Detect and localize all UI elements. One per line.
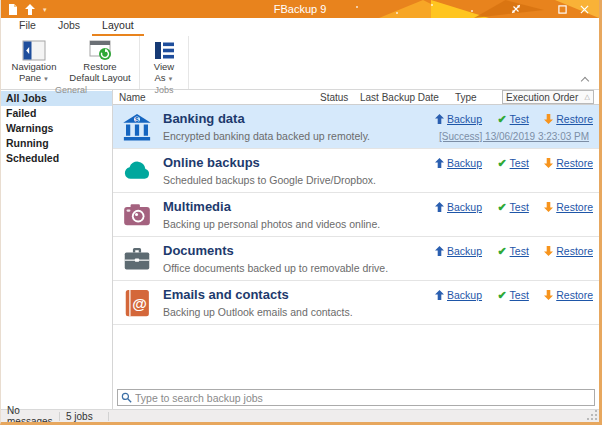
view-as-label-line2: As: [154, 72, 165, 83]
job-description: Backing up Outlook emails and contacts.: [163, 306, 435, 318]
job-row[interactable]: $ @ Emails and contacts Backing up Outlo…: [113, 281, 599, 325]
column-last-backup-date[interactable]: Last Backup Date: [360, 92, 455, 103]
ribbon-group-general: Navigation Pane▼ Restore Default Layout …: [3, 36, 140, 89]
backup-action: Backup: [435, 113, 482, 125]
status-bar: No messages 5 jobs: [1, 409, 599, 422]
test-check-icon: ✔: [497, 158, 506, 169]
test-link[interactable]: Test: [510, 201, 529, 213]
job-row[interactable]: $ @ Online backups Scheduled backups to …: [113, 149, 599, 193]
restore-action: Restore: [544, 201, 593, 213]
restore-link[interactable]: Restore: [556, 289, 593, 301]
svg-text:$: $: [135, 115, 139, 123]
fbackup-window: ▾ FBackup 9 File Jobs Layout: [0, 0, 602, 425]
test-action: ✔ Test: [497, 113, 528, 125]
restore-default-layout-button[interactable]: Restore Default Layout: [63, 36, 137, 84]
sidebar: All JobsFailedWarningsRunningScheduled: [1, 90, 113, 409]
sidebar-item-warnings[interactable]: Warnings: [1, 121, 112, 136]
fullscreen-icon[interactable]: [509, 3, 523, 15]
close-icon[interactable]: [577, 3, 591, 15]
jobs-count: 5 jobs: [60, 411, 108, 422]
restore-default-layout-label-line2: Default Layout: [69, 73, 130, 84]
ribbon: File Jobs Layout Navigation Pane▼: [1, 18, 599, 90]
search-icon: [121, 389, 132, 407]
sidebar-item-failed[interactable]: Failed: [1, 106, 112, 121]
test-check-icon: ✔: [497, 290, 506, 301]
tab-file[interactable]: File: [9, 17, 46, 36]
quick-access-dropdown-icon[interactable]: ▾: [43, 6, 47, 13]
backup-link[interactable]: Backup: [447, 289, 482, 301]
test-link[interactable]: Test: [510, 113, 529, 125]
window-title: FBackup 9: [274, 3, 327, 15]
job-row[interactable]: $ @ Banking data Encrypted banking data …: [113, 105, 599, 149]
new-job-icon[interactable]: [8, 4, 17, 15]
bank-icon: $ @: [119, 112, 155, 142]
restore-link[interactable]: Restore: [556, 245, 593, 257]
maximize-icon[interactable]: [555, 3, 569, 15]
last-backup-link[interactable]: [Success] 13/06/2019 3:23:03 PM: [435, 131, 593, 142]
restore-action: Restore: [544, 245, 593, 257]
test-link[interactable]: Test: [510, 245, 529, 257]
ribbon-content: Navigation Pane▼ Restore Default Layout …: [1, 36, 599, 89]
view-as-icon: [152, 38, 176, 62]
test-check-icon: ✔: [497, 114, 506, 125]
view-as-button[interactable]: View As▼: [142, 36, 186, 84]
tab-jobs[interactable]: Jobs: [48, 17, 90, 36]
test-action: ✔ Test: [497, 245, 528, 257]
test-check-icon: ✔: [497, 202, 506, 213]
backup-action: Backup: [435, 201, 482, 213]
sidebar-item-scheduled[interactable]: Scheduled: [1, 151, 112, 166]
job-title: Multimedia: [163, 199, 435, 214]
column-type[interactable]: Type: [455, 92, 502, 103]
restore-link[interactable]: Restore: [556, 201, 593, 213]
chevron-down-icon: ▼: [43, 76, 49, 82]
ribbon-group-jobs: View As▼ Jobs: [140, 36, 189, 89]
job-row[interactable]: $ @ Multimedia Backing up personal photo…: [113, 193, 599, 237]
test-action: ✔ Test: [497, 157, 528, 169]
column-status[interactable]: Status: [320, 92, 360, 103]
restore-down-arrow-icon: [544, 158, 553, 168]
job-row[interactable]: $ @ Documents Office documents backed up…: [113, 237, 599, 281]
backup-action: Backup: [435, 157, 482, 169]
job-title: Banking data: [163, 111, 435, 126]
backup-link[interactable]: Backup: [447, 157, 482, 169]
test-link[interactable]: Test: [510, 289, 529, 301]
collapse-ribbon-icon[interactable]: [582, 76, 589, 83]
test-action: ✔ Test: [497, 289, 528, 301]
restore-link[interactable]: Restore: [556, 157, 593, 169]
restore-down-arrow-icon: [544, 246, 553, 256]
restore-down-arrow-icon: [544, 202, 553, 212]
restore-link[interactable]: Restore: [556, 113, 593, 125]
backup-link[interactable]: Backup: [447, 113, 482, 125]
search-input[interactable]: [135, 392, 594, 404]
backup-up-arrow-icon: [435, 114, 444, 124]
chevron-down-icon: ▼: [168, 76, 174, 82]
ribbon-group-label-jobs: Jobs: [142, 84, 186, 97]
restore-default-layout-icon: [88, 38, 113, 62]
job-description: Office documents backed up to removable …: [163, 262, 435, 274]
resize-grip[interactable]: [588, 411, 597, 420]
backup-link[interactable]: Backup: [447, 245, 482, 257]
svg-text:@: @: [132, 294, 147, 311]
tab-layout[interactable]: Layout: [92, 17, 144, 36]
backup-action: Backup: [435, 245, 482, 257]
sidebar-item-running[interactable]: Running: [1, 136, 112, 151]
test-link[interactable]: Test: [510, 157, 529, 169]
backup-action: Backup: [435, 289, 482, 301]
cloud-icon: $ @: [119, 157, 155, 185]
restore-down-arrow-icon: [544, 290, 553, 300]
test-action: ✔ Test: [497, 201, 528, 213]
backup-arrow-icon[interactable]: [25, 4, 35, 15]
backup-link[interactable]: Backup: [447, 201, 482, 213]
quick-access-toolbar: ▾: [8, 0, 47, 18]
ribbon-tabs: File Jobs Layout: [1, 18, 599, 36]
job-description: Backing up personal photos and videos on…: [163, 218, 435, 230]
job-description: Scheduled backups to Google Drive/Dropbo…: [163, 174, 435, 186]
navigation-pane-button[interactable]: Navigation Pane▼: [5, 36, 63, 84]
job-title: Documents: [163, 243, 435, 258]
messages-status: No messages: [1, 405, 59, 425]
column-execution-order[interactable]: Execution Order △: [502, 90, 594, 104]
restore-action: Restore: [544, 113, 593, 125]
backup-up-arrow-icon: [435, 290, 444, 300]
job-title: Online backups: [163, 155, 435, 170]
sort-ascending-icon: △: [585, 93, 590, 101]
